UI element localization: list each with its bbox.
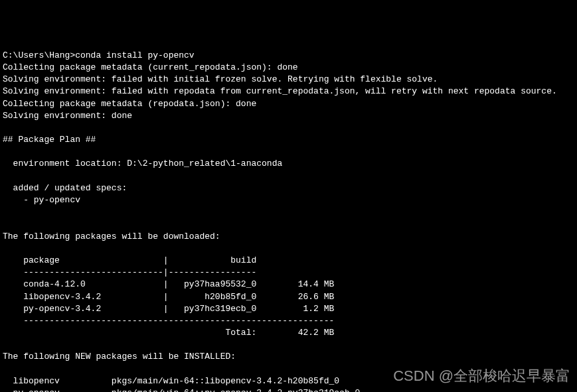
install-header: The following NEW packages will be INSTA…: [3, 352, 236, 361]
output-line: Solving environment: failed with initial…: [3, 74, 438, 84]
install-package: libopencv pkgs/main/win-64::libopencv-3.…: [3, 376, 339, 386]
table-divider: ---------------------------|------------…: [3, 267, 256, 277]
output-line: Solving environment: done: [3, 111, 132, 121]
output-line: Collecting package metadata (repodata.js…: [3, 99, 256, 109]
download-header: The following packages will be downloade…: [3, 231, 220, 241]
package-row: libopencv-3.4.2 | h20b85fd_0 26.6 MB: [3, 292, 334, 302]
package-row: conda-4.12.0 | py37haa95532_0 14.4 MB: [3, 279, 334, 289]
spec-item: - py-opencv: [3, 195, 80, 205]
environment-location: environment location: D:\2-python_relate…: [3, 159, 282, 168]
table-header: package | build: [3, 255, 256, 265]
install-package: py-opencv pkgs/main/win-64::py-opencv-3.…: [3, 388, 360, 392]
package-plan-header: ## Package Plan ##: [3, 135, 96, 145]
package-row: py-opencv-3.4.2 | py37hc319ecb_0 1.2 MB: [3, 304, 334, 314]
table-divider: ----------------------------------------…: [3, 316, 334, 326]
prompt-path: C:\Users\Hang>: [3, 50, 75, 60]
total-row: Total: 42.2 MB: [3, 328, 334, 338]
specs-header: added / updated specs:: [3, 183, 127, 193]
output-line: Collecting package metadata (current_rep…: [3, 62, 298, 72]
output-line: Solving environment: failed with repodat…: [3, 86, 557, 96]
command-text: conda install py-opencv: [75, 50, 194, 60]
terminal-output: C:\Users\Hang>conda install py-opencv Co…: [3, 50, 574, 392]
